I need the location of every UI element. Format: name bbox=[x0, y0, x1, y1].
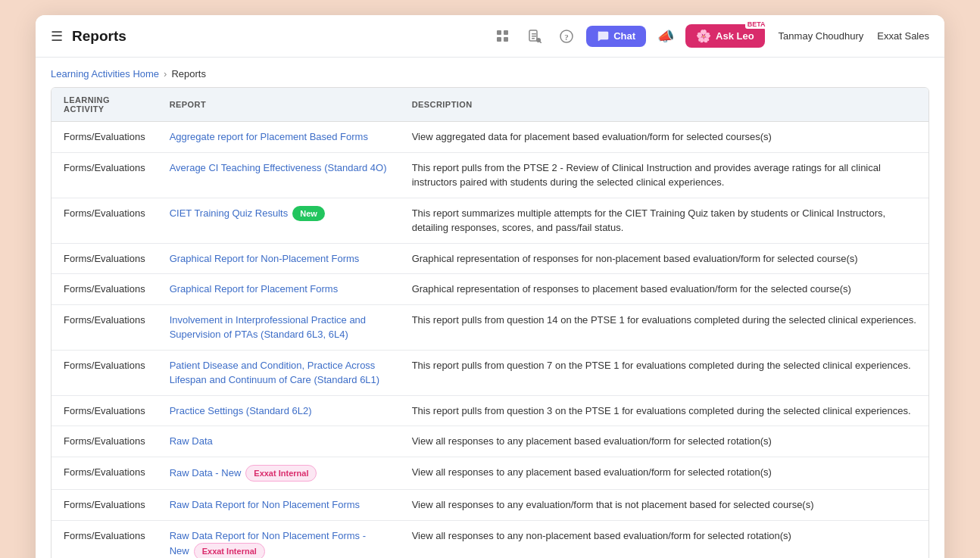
chat-button[interactable]: Chat bbox=[586, 26, 646, 47]
hamburger-icon[interactable]: ☰ bbox=[51, 28, 63, 45]
table-row: Forms/EvaluationsPatient Disease and Con… bbox=[51, 350, 929, 395]
cell-activity: Forms/Evaluations bbox=[51, 457, 158, 490]
report-link[interactable]: Graphical Report for Non-Placement Forms bbox=[170, 253, 360, 264]
cell-report: Aggregate report for Placement Based For… bbox=[158, 122, 400, 153]
megaphone-icon: 📣 bbox=[657, 28, 674, 45]
cell-report: CIET Training Quiz ResultsNew bbox=[158, 198, 400, 243]
table-row: Forms/EvaluationsCIET Training Quiz Resu… bbox=[51, 198, 929, 243]
cell-report: Raw Data bbox=[158, 426, 400, 457]
cell-report: Graphical Report for Non-Placement Forms bbox=[158, 243, 400, 274]
table-row: Forms/EvaluationsAverage CI Teaching Eff… bbox=[51, 152, 929, 198]
cell-description: This report pulls from question 3 on the… bbox=[400, 395, 929, 426]
svg-rect-2 bbox=[497, 37, 501, 42]
cell-description: View all responses to any placement base… bbox=[400, 426, 929, 457]
cell-report: Raw Data - NewExxat Internal bbox=[158, 457, 400, 490]
breadcrumb-current: Reports bbox=[171, 68, 206, 79]
exxat-internal-badge: Exxat Internal bbox=[245, 465, 317, 482]
beta-badge: BETA bbox=[745, 20, 768, 29]
cell-report: Practice Settings (Standard 6L2) bbox=[158, 395, 400, 426]
table-row: Forms/EvaluationsRaw DataView all respon… bbox=[51, 426, 929, 457]
cell-report: Patient Disease and Condition, Practice … bbox=[158, 350, 400, 395]
cell-activity: Forms/Evaluations bbox=[51, 395, 158, 426]
cell-activity: Forms/Evaluations bbox=[51, 243, 158, 274]
cell-activity: Forms/Evaluations bbox=[51, 426, 158, 457]
cell-description: This report pulls from question 7 on the… bbox=[400, 350, 929, 395]
cell-description: View all responses to any non-placement … bbox=[400, 520, 929, 558]
report-icon bbox=[528, 30, 541, 43]
breadcrumb-home-link[interactable]: Learning Activities Home bbox=[51, 68, 159, 79]
svg-rect-7 bbox=[532, 38, 535, 39]
table-row: Forms/EvaluationsGraphical Report for Pl… bbox=[51, 274, 929, 305]
user-name: Tanmay Choudhury bbox=[779, 30, 864, 42]
report-link[interactable]: Patient Disease and Condition, Practice … bbox=[170, 360, 380, 386]
help-icon: ? bbox=[560, 30, 573, 43]
report-link[interactable]: Graphical Report for Placement Forms bbox=[170, 283, 339, 295]
svg-text:?: ? bbox=[564, 32, 569, 41]
table-row: Forms/EvaluationsGraphical Report for No… bbox=[51, 243, 929, 274]
main-window: ☰ Reports bbox=[36, 15, 944, 558]
report-link[interactable]: Raw Data Report for Non Placement Forms bbox=[170, 499, 360, 510]
cell-description: This report pulls from the PTSE 2 - Revi… bbox=[400, 152, 929, 198]
breadcrumb: Learning Activities Home › Reports bbox=[36, 58, 944, 87]
cell-activity: Forms/Evaluations bbox=[51, 152, 158, 198]
col-header-description: DESCRIPTION bbox=[400, 88, 929, 122]
chat-icon bbox=[597, 30, 609, 42]
header-right: ? Chat 📣 🌸 Ask Leo BETA Tanmay Choudhury bbox=[491, 24, 929, 48]
table-body: Forms/EvaluationsAggregate report for Pl… bbox=[51, 122, 929, 559]
cell-description: Graphical representation of responses fo… bbox=[400, 243, 929, 274]
report-link[interactable]: Average CI Teaching Effectiveness (Stand… bbox=[170, 162, 387, 173]
cell-description: Graphical representation of responses to… bbox=[400, 274, 929, 305]
cell-report: Average CI Teaching Effectiveness (Stand… bbox=[158, 152, 400, 198]
cell-activity: Forms/Evaluations bbox=[51, 198, 158, 243]
cell-report: Graphical Report for Placement Forms bbox=[158, 274, 400, 305]
header: ☰ Reports bbox=[36, 15, 944, 58]
table-header-row: LEARNING ACTIVITY REPORT DESCRIPTION bbox=[51, 88, 929, 122]
leo-icon: 🌸 bbox=[696, 29, 711, 43]
cell-report: Involvement in Interprofessional Practic… bbox=[158, 304, 400, 350]
svg-line-9 bbox=[540, 42, 541, 42]
grid-icon-button[interactable] bbox=[491, 24, 515, 48]
report-link[interactable]: Practice Settings (Standard 6L2) bbox=[170, 405, 312, 416]
report-icon-button[interactable] bbox=[523, 24, 547, 48]
cell-description: This report summarizes multiple attempts… bbox=[400, 198, 929, 243]
cell-activity: Forms/Evaluations bbox=[51, 490, 158, 521]
cell-report: Raw Data Report for Non Placement Forms bbox=[158, 490, 400, 521]
table-row: Forms/EvaluationsRaw Data Report for Non… bbox=[51, 520, 929, 558]
svg-rect-5 bbox=[532, 33, 536, 35]
report-link[interactable]: Involvement in Interprofessional Practic… bbox=[170, 314, 366, 341]
company-name: Exxat Sales bbox=[877, 30, 929, 42]
page-title: Reports bbox=[72, 28, 126, 45]
help-icon-button[interactable]: ? bbox=[554, 24, 579, 48]
cell-description: View all responses to any evaluation/for… bbox=[400, 490, 929, 521]
report-link[interactable]: Raw Data bbox=[170, 435, 213, 447]
ask-leo-button[interactable]: 🌸 Ask Leo BETA bbox=[685, 24, 765, 48]
svg-rect-1 bbox=[504, 30, 508, 35]
svg-rect-0 bbox=[497, 30, 501, 35]
cell-activity: Forms/Evaluations bbox=[51, 304, 158, 350]
table-row: Forms/EvaluationsRaw Data - NewExxat Int… bbox=[51, 457, 929, 490]
reports-table: LEARNING ACTIVITY REPORT DESCRIPTION For… bbox=[51, 88, 929, 558]
col-header-activity: LEARNING ACTIVITY bbox=[51, 88, 158, 122]
cell-description: View all responses to any placement base… bbox=[400, 457, 929, 490]
report-link[interactable]: Raw Data - New bbox=[170, 466, 242, 478]
cell-report: Raw Data Report for Non Placement Forms … bbox=[158, 520, 400, 558]
reports-table-container: LEARNING ACTIVITY REPORT DESCRIPTION For… bbox=[51, 87, 929, 558]
col-header-report: REPORT bbox=[158, 88, 400, 122]
cell-activity: Forms/Evaluations bbox=[51, 350, 158, 395]
cell-activity: Forms/Evaluations bbox=[51, 122, 158, 153]
table-row: Forms/EvaluationsPractice Settings (Stan… bbox=[51, 395, 929, 426]
table-row: Forms/EvaluationsRaw Data Report for Non… bbox=[51, 490, 929, 521]
grid-icon bbox=[496, 30, 510, 43]
report-link[interactable]: CIET Training Quiz Results bbox=[170, 207, 289, 219]
cell-activity: Forms/Evaluations bbox=[51, 520, 158, 558]
cell-description: This report pulls from question 14 on th… bbox=[400, 304, 929, 350]
new-badge: New bbox=[292, 206, 325, 222]
cell-activity: Forms/Evaluations bbox=[51, 274, 158, 305]
svg-rect-6 bbox=[532, 36, 536, 37]
header-left: ☰ Reports bbox=[51, 28, 491, 45]
breadcrumb-separator: › bbox=[164, 68, 167, 79]
exxat-internal-badge: Exxat Internal bbox=[194, 543, 265, 558]
table-row: Forms/EvaluationsInvolvement in Interpro… bbox=[51, 304, 929, 350]
report-link[interactable]: Aggregate report for Placement Based For… bbox=[170, 131, 368, 142]
megaphone-icon-button[interactable]: 📣 bbox=[654, 24, 678, 48]
